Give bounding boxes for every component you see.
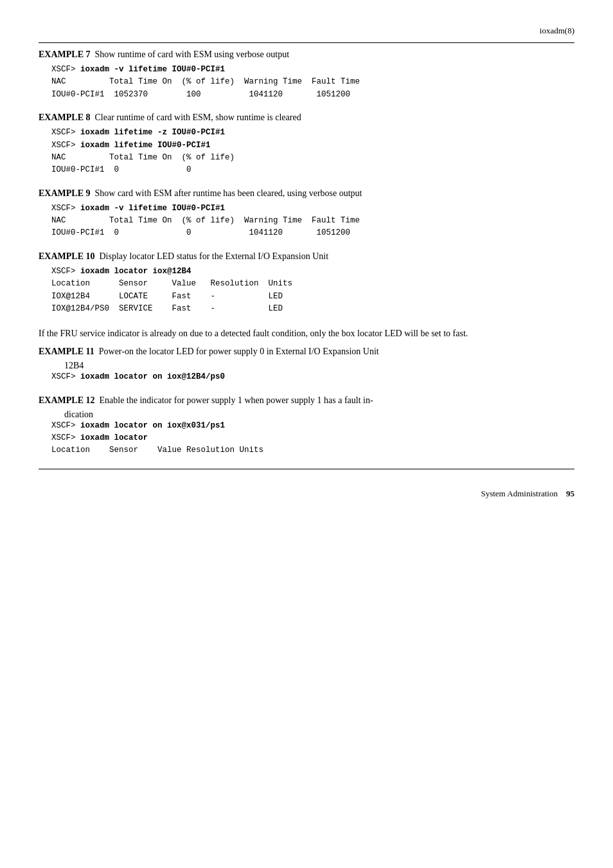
example-9-label: EXAMPLE 9: [39, 188, 91, 198]
example-11-indent-text: 12B4: [64, 361, 84, 370]
example-11-code: XSCF> ioxadm locator on iox@12B4/ps0: [51, 371, 574, 383]
example-10-code: XSCF> ioxadm locator iox@12B4 Location S…: [51, 266, 574, 316]
example-11-description: Power-on the locator LED for power suppl…: [99, 347, 379, 356]
example-9-description: Show card with ESM after runtime has bee…: [95, 188, 362, 198]
example-11-indent: 12B4: [64, 361, 574, 371]
example-7-label: EXAMPLE 7: [39, 50, 91, 59]
example-7-description: Show runtime of card with ESM using verb…: [95, 50, 290, 59]
example-8-heading: EXAMPLE 8 Clear runtime of card with ESM…: [39, 113, 574, 123]
example-9-cmd1: XSCF> ioxadm -v lifetime IOU#0-PCI#1: [51, 204, 225, 213]
example-12-block: EXAMPLE 12 Enable the indicator for powe…: [39, 395, 574, 457]
example-8-line4: IOU#0-PCI#1 0 0: [51, 165, 191, 174]
example-12-heading: EXAMPLE 12 Enable the indicator for powe…: [39, 395, 574, 406]
example-7-cmd1: XSCF> ioxadm -v lifetime IOU#0-PCI#1: [51, 65, 225, 74]
example-8-cmd1: XSCF> ioxadm lifetime -z IOU#0-PCI#1: [51, 128, 225, 137]
example-12-indent-text: dication: [64, 410, 93, 419]
example-8-cmd2: XSCF> ioxadm lifetime IOU#0-PCI#1: [51, 141, 211, 150]
example-8-description: Clear runtime of card with ESM, show run…: [95, 113, 301, 122]
header-divider: [39, 42, 574, 43]
example-7-block: EXAMPLE 7 Show runtime of card with ESM …: [39, 50, 574, 101]
page-footer: System Administration 95: [39, 489, 574, 499]
footer-divider: [39, 469, 574, 469]
example-7-line2: NAC Total Time On (% of life) Warning Ti…: [51, 77, 360, 86]
example-12-indent: dication: [64, 410, 574, 420]
example-8-code: XSCF> ioxadm lifetime -z IOU#0-PCI#1 XSC…: [51, 127, 574, 177]
example-10-line4: IOX@12B4/PS0 SERVICE Fast - LED: [51, 304, 283, 313]
example-9-line3: IOU#0-PCI#1 0 0 1041120 1051200: [51, 228, 350, 237]
example-12-cmd1: XSCF> ioxadm locator on iox@x031/ps1: [51, 421, 225, 430]
example-11-label: EXAMPLE 11: [39, 347, 94, 356]
example-10-label: EXAMPLE 10: [39, 251, 95, 261]
example-11-block: EXAMPLE 11 Power-on the locator LED for …: [39, 347, 574, 383]
example-10-heading: EXAMPLE 10 Display locator LED status fo…: [39, 251, 574, 262]
prose-paragraph-1: If the FRU service indicator is already …: [39, 327, 574, 340]
example-9-code: XSCF> ioxadm -v lifetime IOU#0-PCI#1 NAC…: [51, 203, 574, 240]
example-12-code: XSCF> ioxadm locator on iox@x031/ps1 XSC…: [51, 420, 574, 457]
example-11-cmd1: XSCF> ioxadm locator on iox@12B4/ps0: [51, 372, 225, 381]
example-10-cmd1: XSCF> ioxadm locator iox@12B4: [51, 267, 191, 276]
prose-text-1: If the FRU service indicator is already …: [39, 329, 468, 338]
footer-text: System Administration: [481, 489, 558, 498]
example-12-cmd2: XSCF> ioxadm locator: [51, 433, 148, 442]
example-7-line3: IOU#0-PCI#1 1052370 100 1041120 1051200: [51, 90, 350, 99]
example-10-description: Display locator LED status for the Exter…: [100, 251, 329, 261]
page-number: 95: [566, 489, 574, 498]
example-12-label: EXAMPLE 12: [39, 395, 95, 405]
example-8-line3: NAC Total Time On (% of life): [51, 153, 235, 162]
example-12-line3: Location Sensor Value Resolution Units: [51, 446, 263, 455]
example-10-block: EXAMPLE 10 Display locator LED status fo…: [39, 251, 574, 316]
example-8-block: EXAMPLE 8 Clear runtime of card with ESM…: [39, 113, 574, 177]
example-10-line3: IOX@12B4 LOCATE Fast - LED: [51, 292, 283, 301]
example-8-label: EXAMPLE 8: [39, 113, 91, 122]
header-title: ioxadm(8): [540, 26, 574, 35]
example-9-block: EXAMPLE 9 Show card with ESM after runti…: [39, 188, 574, 240]
example-12-description: Enable the indicator for power supply 1 …: [100, 395, 373, 405]
example-9-heading: EXAMPLE 9 Show card with ESM after runti…: [39, 188, 574, 199]
example-9-line2: NAC Total Time On (% of life) Warning Ti…: [51, 216, 360, 225]
example-11-heading: EXAMPLE 11 Power-on the locator LED for …: [39, 347, 574, 357]
example-7-heading: EXAMPLE 7 Show runtime of card with ESM …: [39, 50, 574, 60]
page-header: ioxadm(8): [39, 26, 574, 36]
example-7-code: XSCF> ioxadm -v lifetime IOU#0-PCI#1 NAC…: [51, 64, 574, 101]
example-10-line2: Location Sensor Value Resolution Units: [51, 279, 292, 288]
